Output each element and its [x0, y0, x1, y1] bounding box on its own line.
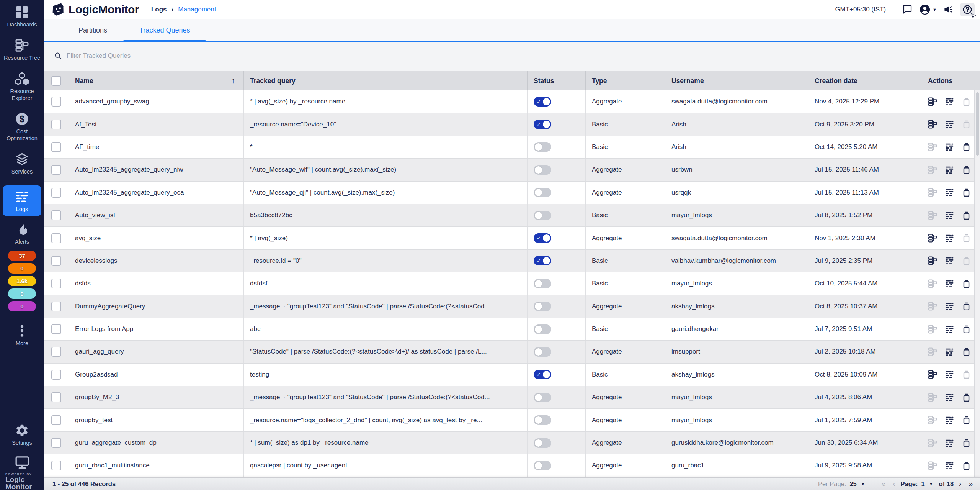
page-value[interactable]: 1: [921, 480, 925, 488]
delete-action-icon[interactable]: [962, 370, 971, 379]
view-in-tree-action-icon[interactable]: [928, 165, 938, 175]
view-in-tree-action-icon[interactable]: [928, 347, 938, 357]
status-toggle[interactable]: ✓: [534, 233, 551, 243]
view-in-tree-action-icon[interactable]: [928, 142, 938, 152]
alert-badge[interactable]: 0: [8, 288, 36, 299]
view-logs-action-icon[interactable]: [945, 256, 954, 265]
row-checkbox[interactable]: [51, 324, 61, 334]
alert-badge[interactable]: 0: [8, 301, 36, 311]
view-in-tree-action-icon[interactable]: [928, 302, 938, 311]
view-in-tree-action-icon[interactable]: [928, 438, 938, 448]
view-logs-action-icon[interactable]: [945, 461, 954, 470]
row-checkbox[interactable]: [51, 461, 61, 470]
view-logs-action-icon[interactable]: [945, 142, 954, 152]
delete-action-icon[interactable]: [962, 324, 971, 334]
view-in-tree-action-icon[interactable]: [928, 461, 938, 470]
status-toggle[interactable]: ✓: [534, 256, 551, 265]
alert-badge[interactable]: 37: [8, 251, 36, 261]
row-checkbox[interactable]: [51, 233, 61, 243]
delete-action-icon[interactable]: [962, 188, 971, 197]
view-in-tree-action-icon[interactable]: [928, 233, 938, 243]
row-checkbox[interactable]: [51, 142, 61, 152]
sidebar-item-logs[interactable]: Logs: [3, 185, 41, 216]
sidebar-item-dashboards[interactable]: Dashboards: [0, 5, 44, 28]
row-checkbox[interactable]: [51, 256, 61, 266]
view-in-tree-action-icon[interactable]: [928, 188, 938, 197]
breadcrumb-current[interactable]: Management: [178, 6, 216, 13]
status-toggle[interactable]: [534, 461, 551, 470]
chat-icon[interactable]: [902, 4, 913, 15]
row-checkbox[interactable]: [51, 438, 61, 448]
status-toggle[interactable]: [534, 438, 551, 448]
prev-page-button[interactable]: ‹: [891, 480, 897, 488]
status-toggle[interactable]: ✓: [534, 120, 551, 129]
status-toggle[interactable]: ✓: [534, 370, 551, 379]
view-logs-action-icon[interactable]: [945, 393, 954, 402]
row-checkbox[interactable]: [51, 188, 61, 198]
status-toggle[interactable]: [534, 415, 551, 425]
view-logs-action-icon[interactable]: [945, 370, 954, 379]
row-checkbox[interactable]: [51, 120, 61, 129]
sidebar-item-more[interactable]: More: [0, 324, 44, 347]
row-checkbox[interactable]: [51, 97, 61, 107]
view-in-tree-action-icon[interactable]: [928, 279, 938, 288]
row-checkbox[interactable]: [51, 210, 61, 220]
user-menu[interactable]: ▼: [919, 4, 937, 15]
status-toggle[interactable]: [534, 279, 551, 288]
view-in-tree-action-icon[interactable]: [928, 211, 938, 220]
next-page-button[interactable]: ›: [957, 480, 963, 488]
row-checkbox[interactable]: [51, 370, 61, 380]
sidebar-item-resource-explorer[interactable]: Resource Explorer: [0, 72, 44, 102]
status-toggle[interactable]: ✓: [534, 97, 551, 107]
first-page-button[interactable]: «: [880, 480, 888, 488]
scrollbar-track[interactable]: [974, 90, 980, 477]
delete-action-icon[interactable]: [962, 120, 971, 129]
megaphone-icon[interactable]: [943, 4, 954, 15]
sidebar-item-resource-tree[interactable]: Resource Tree: [0, 38, 44, 61]
view-logs-action-icon[interactable]: [945, 438, 954, 448]
tab-partitions[interactable]: Partitions: [62, 19, 123, 41]
per-page-caret-icon[interactable]: ▼: [861, 482, 865, 486]
filter-input[interactable]: [67, 52, 168, 60]
row-checkbox[interactable]: [51, 392, 61, 402]
view-logs-action-icon[interactable]: [945, 211, 954, 220]
row-checkbox[interactable]: [51, 415, 61, 425]
delete-action-icon[interactable]: [962, 142, 971, 152]
view-logs-action-icon[interactable]: [945, 279, 954, 288]
view-logs-action-icon[interactable]: [945, 120, 954, 129]
row-checkbox[interactable]: [51, 347, 61, 357]
delete-action-icon[interactable]: [962, 302, 971, 311]
status-toggle[interactable]: [534, 142, 551, 152]
delete-action-icon[interactable]: [962, 347, 971, 357]
status-toggle[interactable]: [534, 211, 551, 220]
status-toggle[interactable]: [534, 188, 551, 197]
delete-action-icon[interactable]: [962, 211, 971, 220]
delete-action-icon[interactable]: [962, 393, 971, 402]
view-in-tree-action-icon[interactable]: [928, 415, 938, 425]
view-in-tree-action-icon[interactable]: [928, 256, 938, 265]
view-logs-action-icon[interactable]: [945, 415, 954, 425]
status-toggle[interactable]: [534, 302, 551, 311]
status-toggle[interactable]: [534, 324, 551, 334]
status-toggle[interactable]: [534, 347, 551, 357]
view-in-tree-action-icon[interactable]: [928, 393, 938, 402]
view-logs-action-icon[interactable]: [945, 165, 954, 175]
row-checkbox[interactable]: [51, 302, 61, 311]
sidebar-item-cost-optimization[interactable]: $Cost Optimization: [0, 112, 44, 142]
row-checkbox[interactable]: [51, 279, 61, 288]
sidebar-item-alerts[interactable]: Alerts: [0, 222, 44, 245]
delete-action-icon[interactable]: [962, 256, 971, 265]
view-logs-action-icon[interactable]: [945, 233, 954, 243]
view-logs-action-icon[interactable]: [945, 188, 954, 197]
alert-badge[interactable]: 0: [8, 263, 36, 274]
per-page-value[interactable]: 25: [849, 480, 856, 488]
delete-action-icon[interactable]: [962, 279, 971, 288]
view-logs-action-icon[interactable]: [945, 302, 954, 311]
help-button[interactable]: [960, 3, 975, 16]
delete-action-icon[interactable]: [962, 97, 971, 107]
delete-action-icon[interactable]: [962, 438, 971, 448]
delete-action-icon[interactable]: [962, 233, 971, 243]
last-page-button[interactable]: »: [967, 480, 975, 488]
view-in-tree-action-icon[interactable]: [928, 370, 938, 379]
sidebar-item-settings[interactable]: Settings: [0, 423, 44, 446]
